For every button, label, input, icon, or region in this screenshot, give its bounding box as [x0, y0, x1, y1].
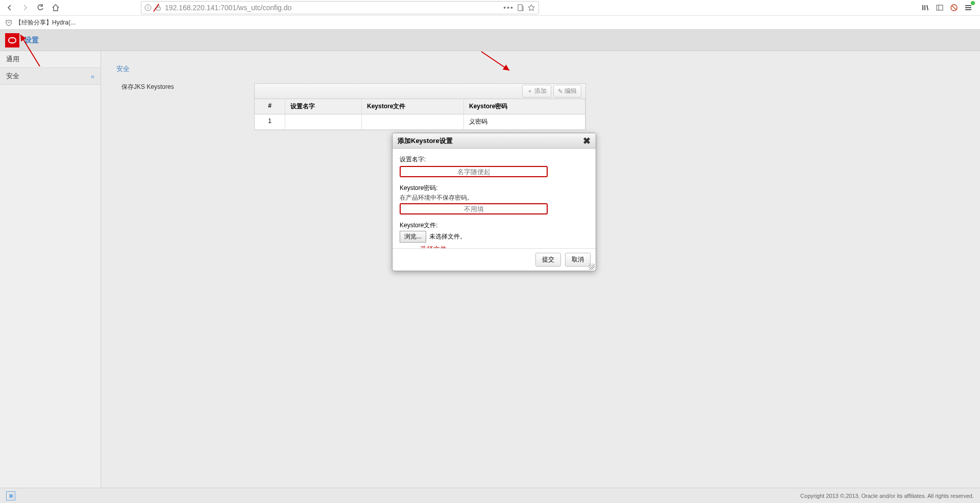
- table-row[interactable]: 1 义密码: [255, 114, 585, 130]
- dialog-title: 添加Keystore设置: [398, 136, 453, 146]
- pencil-icon: ✎: [558, 88, 563, 95]
- field-name-label: 设置名字:: [400, 155, 589, 164]
- no-file-chosen-label: 未选择文件。: [429, 232, 466, 241]
- copyright-text: Copyright 2013 ©,2013, Oracle and/or its…: [800, 493, 974, 499]
- dialog-footer: 提交 取消: [393, 248, 596, 271]
- field-pwd-label: Keystore密码:: [400, 184, 589, 193]
- nav-forward-button[interactable]: [18, 1, 32, 14]
- dialog-close-button[interactable]: ✖: [583, 135, 591, 147]
- section-label: 保存JKS Keystores: [111, 80, 174, 94]
- url-text: 192.168.220.141:7001/ws_utc/config.do: [165, 4, 291, 12]
- file-annotation-label: 选择文件: [420, 245, 589, 248]
- keystore-table-panel: ＋ 添加 ✎ 编辑 # 设置名字 Keystore文件 Keystore密码 1…: [254, 83, 586, 130]
- sidebar-item-general[interactable]: 通用: [0, 51, 101, 68]
- main-area: 通用 安全 » 安全 保存JKS Keystores ＋ 添加 ✎ 编辑: [0, 51, 980, 488]
- bookmark-star-icon[interactable]: [527, 4, 535, 12]
- col-header-num: #: [255, 99, 285, 114]
- sidebar-item-label: 安全: [6, 71, 19, 81]
- arrow-right-icon: [21, 4, 29, 12]
- pocket-icon[interactable]: [5, 19, 12, 26]
- cell-file: [362, 114, 464, 129]
- cell-pwd: 义密码: [464, 114, 585, 129]
- chevron-right-icon: »: [91, 73, 94, 80]
- field-file-label: Keystore文件:: [400, 221, 589, 230]
- insecure-icon: [155, 4, 162, 11]
- col-header-pwd: Keystore密码: [464, 99, 585, 114]
- arrow-left-icon: [6, 4, 14, 12]
- submit-button[interactable]: 提交: [535, 253, 561, 267]
- plus-icon: ＋: [527, 87, 533, 95]
- content-pane: 安全 保存JKS Keystores ＋ 添加 ✎ 编辑 # 设置名字 Keys…: [101, 51, 980, 488]
- keystore-password-input[interactable]: [400, 203, 548, 214]
- col-header-file: Keystore文件: [362, 99, 464, 114]
- app-footer: ▣ Copyright 2013 ©,2013, Oracle and/or i…: [0, 488, 980, 503]
- edit-button[interactable]: ✎ 编辑: [553, 85, 581, 98]
- dialog-body: 设置名字: Keystore密码: 在产品环境中不保存密码。 Keystore文…: [393, 149, 596, 248]
- menu-icon[interactable]: [964, 3, 973, 12]
- svg-line-10: [952, 6, 956, 10]
- nav-back-button[interactable]: [3, 1, 16, 14]
- toolbar-right: [921, 3, 977, 12]
- browser-toolbar: 192.168.220.141:7001/ws_utc/config.do ••…: [0, 0, 980, 16]
- sidebar-icon[interactable]: [935, 3, 944, 12]
- more-icon[interactable]: •••: [503, 4, 514, 12]
- add-button[interactable]: ＋ 添加: [522, 85, 551, 98]
- dialog-header[interactable]: 添加Keystore设置 ✖: [393, 133, 596, 149]
- footer-logo-icon: ▣: [6, 491, 15, 500]
- nav-home-button[interactable]: [49, 1, 62, 14]
- resize-grip-icon[interactable]: [589, 264, 595, 270]
- app-title: 设置: [24, 36, 39, 45]
- info-icon: [144, 4, 152, 11]
- sidebar-item-label: 通用: [6, 55, 19, 64]
- reader-icon[interactable]: [517, 4, 525, 12]
- add-button-label: 添加: [534, 87, 547, 95]
- sidebar-item-security[interactable]: 安全 »: [0, 68, 101, 85]
- setting-name-input[interactable]: [400, 166, 548, 177]
- field-pwd-hint: 在产品环境中不保存密码。: [400, 194, 589, 202]
- table-toolbar: ＋ 添加 ✎ 编辑: [255, 84, 585, 99]
- bookmark-item[interactable]: 【经验分享】Hydra(...: [15, 18, 76, 27]
- browse-button[interactable]: 浏览...: [400, 231, 426, 243]
- cell-name: [285, 114, 362, 129]
- section-title: 安全: [111, 61, 980, 80]
- svg-rect-7: [937, 5, 943, 10]
- library-icon[interactable]: [921, 3, 930, 12]
- url-bar[interactable]: 192.168.220.141:7001/ws_utc/config.do ••…: [141, 1, 539, 14]
- cancel-button[interactable]: 取消: [565, 253, 591, 267]
- add-keystore-dialog: 添加Keystore设置 ✖ 设置名字: Keystore密码: 在产品环境中不…: [392, 133, 596, 271]
- cell-num: 1: [255, 114, 285, 129]
- oracle-logo-icon: [5, 33, 19, 47]
- bookmarks-bar: 【经验分享】Hydra(...: [0, 16, 980, 30]
- close-icon: ✖: [583, 136, 591, 146]
- reload-icon: [36, 4, 44, 12]
- noscript-icon[interactable]: [949, 3, 959, 12]
- svg-point-2: [148, 6, 149, 7]
- grid-header: # 设置名字 Keystore文件 Keystore密码: [255, 99, 585, 114]
- sidebar: 通用 安全 »: [0, 51, 101, 488]
- nav-reload-button[interactable]: [34, 1, 47, 14]
- app-header: 设置: [0, 30, 980, 51]
- svg-line-6: [927, 5, 928, 10]
- edit-button-label: 编辑: [565, 87, 577, 95]
- home-icon: [52, 4, 60, 12]
- col-header-name: 设置名字: [285, 99, 362, 114]
